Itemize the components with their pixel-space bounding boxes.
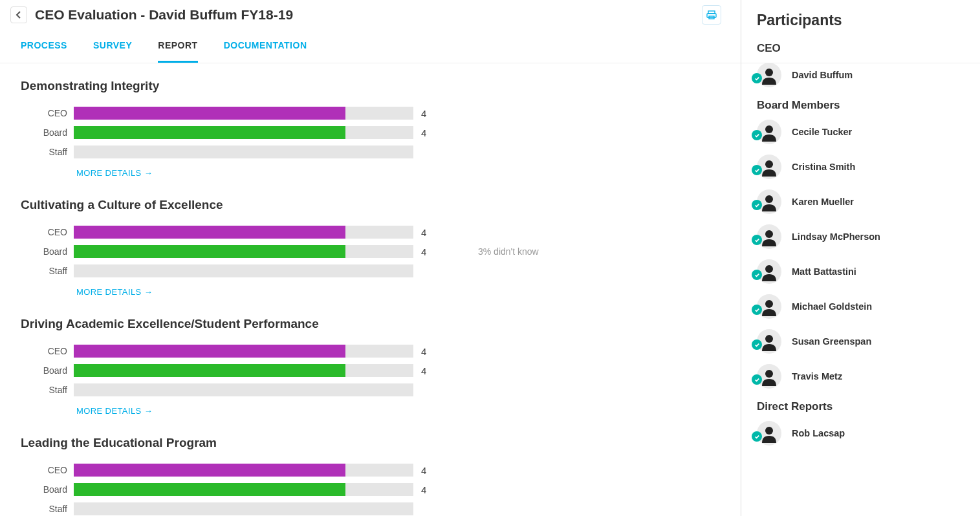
participant-group-label: CEO [757, 42, 964, 55]
tab-survey[interactable]: SURVEY [93, 40, 132, 63]
participant-item[interactable]: Lindsay McPherson [757, 224, 964, 249]
participant-item[interactable]: Cristina Smith [757, 155, 964, 179]
bar-fill [74, 245, 345, 258]
bar-value: 4 [413, 484, 439, 495]
svg-point-7 [765, 230, 773, 238]
more-details-link[interactable]: MORE DETAILS → [21, 406, 153, 416]
bar-label: CEO [21, 108, 74, 118]
avatar [757, 155, 781, 179]
participant-name: Cecile Tucker [792, 127, 852, 137]
bar-fill [74, 364, 345, 377]
bar-track [74, 107, 413, 120]
svg-point-5 [765, 160, 773, 168]
avatar [757, 364, 781, 389]
tab-report[interactable]: REPORT [158, 40, 197, 63]
avatar [757, 259, 781, 284]
bar-fill [74, 464, 345, 477]
check-icon [752, 235, 762, 245]
check-icon [752, 200, 762, 210]
bar-track [74, 364, 413, 377]
svg-point-9 [765, 300, 773, 308]
avatar [757, 120, 781, 144]
participant-name: Lindsay McPherson [792, 231, 880, 242]
bar-track [74, 126, 413, 139]
avatar [757, 294, 781, 319]
bar-fill [74, 226, 345, 239]
bar-track [74, 345, 413, 358]
bar-label: CEO [21, 465, 74, 475]
page-title: CEO Evaluation - David Buffum FY18-19 [35, 7, 293, 23]
participant-item[interactable]: Matt Battastini [757, 259, 964, 284]
check-icon [752, 305, 762, 315]
bar-fill [74, 483, 345, 496]
bar-value: 4 [413, 227, 439, 238]
bar-track [74, 245, 413, 258]
avatar [757, 224, 781, 249]
participant-name: Karen Mueller [792, 197, 854, 207]
bar-value: 4 [413, 365, 439, 376]
svg-point-3 [765, 69, 773, 76]
participant-item[interactable]: Michael Goldstein [757, 294, 964, 319]
bar-label: Staff [21, 147, 74, 157]
bar-fill [74, 126, 345, 139]
participant-item[interactable]: Karen Mueller [757, 189, 964, 214]
bar-value: 4 [413, 246, 439, 257]
bar-track [74, 483, 413, 496]
svg-point-6 [765, 195, 773, 203]
avatar [757, 189, 781, 214]
print-icon [706, 10, 717, 20]
participants-sidebar: Participants CEODavid BuffumBoard Member… [741, 0, 980, 516]
more-details-link[interactable]: MORE DETAILS → [21, 287, 153, 297]
participant-name: David Buffum [792, 70, 853, 80]
participant-name: Susan Greenspan [792, 336, 871, 347]
participant-item[interactable]: David Buffum [757, 63, 964, 87]
sidebar-title: Participants [757, 12, 964, 29]
check-icon [752, 130, 762, 140]
bar-note: 3% didn't know [439, 246, 539, 257]
participant-group-label: Board Members [757, 99, 964, 112]
bar-track [74, 502, 413, 515]
avatar [757, 329, 781, 354]
bar-fill [74, 107, 345, 120]
bar-label: Board [21, 484, 74, 495]
bar-label: Staff [21, 385, 74, 395]
check-icon [752, 339, 762, 350]
print-button[interactable] [702, 5, 721, 25]
svg-point-4 [765, 125, 773, 133]
bar-label: Staff [21, 504, 74, 514]
participant-item[interactable]: Susan Greenspan [757, 329, 964, 354]
bar-label: Staff [21, 266, 74, 276]
bar-track [74, 383, 413, 396]
chevron-left-icon [16, 11, 22, 19]
svg-point-11 [765, 370, 773, 378]
participant-name: Matt Battastini [792, 266, 856, 277]
bar-fill [74, 345, 345, 358]
bar-track [74, 464, 413, 477]
bar-label: Board [21, 127, 74, 138]
tab-process[interactable]: PROCESS [21, 40, 67, 63]
check-icon [752, 270, 762, 280]
avatar [757, 421, 781, 446]
participant-name: Travis Metz [792, 371, 842, 382]
bar-track [74, 226, 413, 239]
check-icon [752, 374, 762, 385]
back-button[interactable] [10, 6, 27, 23]
svg-point-12 [765, 427, 773, 435]
tab-documentation[interactable]: DOCUMENTATION [224, 40, 307, 63]
participant-name: Michael Goldstein [792, 301, 872, 312]
bar-label: Board [21, 246, 74, 257]
participant-item[interactable]: Rob Lacsap [757, 421, 964, 446]
bar-value: 4 [413, 346, 439, 357]
participant-name: Rob Lacsap [792, 428, 845, 438]
svg-point-8 [765, 265, 773, 273]
svg-point-10 [765, 335, 773, 343]
bar-value: 4 [413, 127, 439, 138]
avatar [757, 63, 781, 87]
more-details-link[interactable]: MORE DETAILS → [21, 168, 153, 178]
check-icon [752, 165, 762, 175]
bar-value: 4 [413, 465, 439, 476]
bar-value: 4 [413, 108, 439, 119]
participant-item[interactable]: Travis Metz [757, 364, 964, 389]
participant-item[interactable]: Cecile Tucker [757, 120, 964, 144]
check-icon [752, 73, 762, 83]
